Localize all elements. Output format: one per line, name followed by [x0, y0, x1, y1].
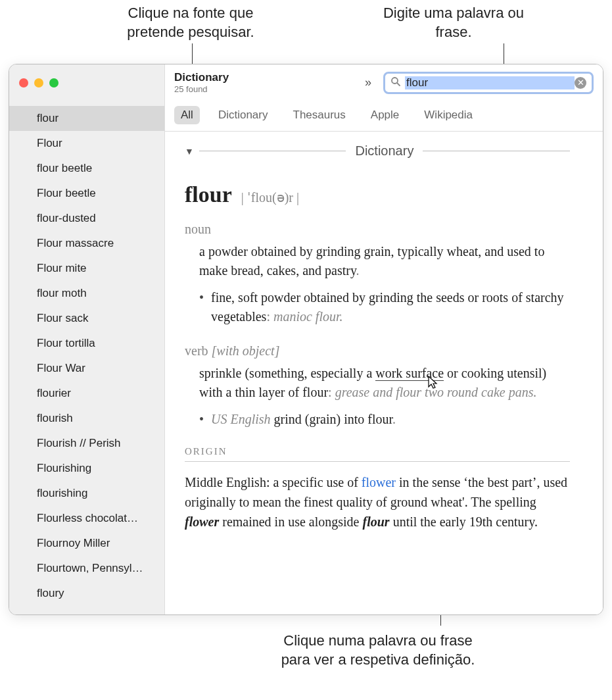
tab-all[interactable]: All [174, 106, 200, 124]
list-item[interactable]: Flour tortilla [9, 331, 164, 356]
section-header[interactable]: ▼ Dictionary [185, 143, 570, 159]
search-box[interactable]: ✕ [383, 72, 594, 94]
sidebar: flour Flour flour beetle Flour beetle fl… [9, 64, 165, 614]
pos-noun: noun [185, 222, 570, 237]
list-item[interactable]: flour [9, 106, 164, 131]
definition-text[interactable]: fine, soft powder obtained by grinding t… [199, 288, 570, 326]
toolbar: Dictionary 25 found » ✕ [165, 64, 603, 101]
list-item[interactable]: Flour War [9, 356, 164, 381]
clear-icon[interactable]: ✕ [575, 77, 586, 89]
svg-line-1 [397, 83, 400, 86]
tab-wikipedia[interactable]: Wikipedia [417, 106, 479, 124]
definition-content: ▼ Dictionary flour | ˈflou(ə)r | noun a … [165, 132, 603, 614]
list-item[interactable]: Flourless chocolat… [9, 506, 164, 531]
results-count: 25 found [174, 84, 229, 94]
search-icon [390, 76, 401, 89]
dictionary-window: flour Flour flour beetle Flour beetle fl… [9, 64, 603, 615]
origin-heading: ORIGIN [185, 446, 570, 457]
list-item[interactable]: Flour beetle [9, 181, 164, 206]
pronunciation: | ˈflou(ə)r | [241, 189, 299, 205]
list-item[interactable]: Flour massacre [9, 231, 164, 256]
definition-text[interactable]: US English grind (grain) into flour. [199, 410, 570, 429]
entry: flour | ˈflou(ə)r | noun a powder obtain… [185, 182, 570, 532]
overflow-icon[interactable]: » [365, 76, 371, 89]
list-item[interactable]: flour-dusted [9, 206, 164, 231]
noun-block: noun a powder obtained by grinding grain… [185, 222, 570, 326]
origin-link[interactable]: flower [362, 475, 396, 489]
cursor-icon [425, 375, 438, 394]
close-window-button[interactable] [19, 78, 28, 88]
list-item[interactable]: flour beetle [9, 156, 164, 181]
callout-search: Digite uma palavra ou frase. [375, 4, 532, 41]
list-item[interactable]: Flour [9, 131, 164, 156]
window-controls [9, 64, 164, 101]
list-item[interactable]: Flour sack [9, 306, 164, 331]
app-title: Dictionary [174, 71, 229, 84]
origin-text[interactable]: Middle English: a specific use of flower… [185, 472, 570, 532]
definition-text[interactable]: a powder obtained by grinding grain, typ… [199, 242, 570, 280]
callout-word: Clique numa palavra ou frase para ver a … [279, 632, 477, 669]
search-input[interactable] [405, 76, 575, 89]
results-list: flour Flour flour beetle Flour beetle fl… [9, 101, 164, 606]
minimize-window-button[interactable] [34, 78, 43, 88]
list-item[interactable]: Flournoy Miller [9, 531, 164, 556]
callout-source: Clique na fonte que pretende pesquisar. [105, 4, 276, 41]
list-item[interactable]: Flourish // Perish [9, 431, 164, 456]
zoom-window-button[interactable] [49, 78, 59, 88]
section-label: Dictionary [346, 143, 423, 159]
pos-verb: verb [with object] [185, 343, 570, 359]
tab-apple[interactable]: Apple [364, 106, 406, 124]
list-item[interactable]: flourish [9, 406, 164, 431]
list-item[interactable]: flourishing [9, 481, 164, 506]
headword-term: flour [185, 182, 232, 207]
list-item[interactable]: flourier [9, 381, 164, 406]
list-item[interactable]: Flour mite [9, 256, 164, 281]
title-block: Dictionary 25 found [174, 71, 229, 94]
source-tabs: All Dictionary Thesaurus Apple Wikipedia [165, 101, 603, 132]
list-item[interactable]: floury [9, 581, 164, 606]
list-item[interactable]: Flourishing [9, 456, 164, 481]
verb-block: verb [with object] sprinkle (something, … [185, 343, 570, 429]
list-item[interactable]: Flourtown, Pennsyl… [9, 556, 164, 581]
headword: flour | ˈflou(ə)r | [185, 182, 570, 207]
definition-text[interactable]: sprinkle (something, especially a work s… [199, 364, 570, 402]
disclosure-triangle-icon[interactable]: ▼ [185, 146, 194, 157]
tab-thesaurus[interactable]: Thesaurus [287, 106, 352, 124]
main-pane: Dictionary 25 found » ✕ All Dictionary T… [165, 64, 603, 614]
list-item[interactable]: flour moth [9, 281, 164, 306]
tab-dictionary[interactable]: Dictionary [212, 106, 275, 124]
divider [185, 461, 570, 462]
